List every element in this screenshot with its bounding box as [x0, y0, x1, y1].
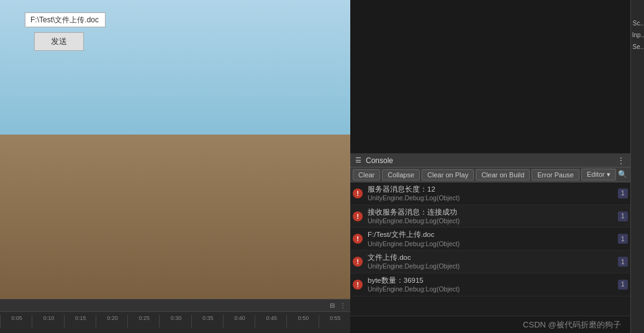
log-count-col-2: 1 — [615, 228, 630, 250]
log-entry[interactable]: ! 服务器消息长度：12 UnityEngine.Debug:Log(Objec… — [350, 182, 630, 205]
log-count-col-4: 1 — [615, 273, 630, 296]
console-section: ☰ Console ⋮ Clear Collapse Clear on Play… — [350, 0, 630, 333]
console-panel-icon: ☰ — [355, 156, 361, 164]
log-error-icon-4: ! — [353, 280, 363, 290]
tick-8: 0:45 — [255, 315, 286, 327]
log-count-col-3: 1 — [615, 251, 630, 273]
tick-7: 0:40 — [223, 315, 255, 327]
send-button[interactable]: 发送 — [34, 32, 84, 51]
log-sub-3: UnityEngine.Debug:Log(Object) — [368, 262, 613, 271]
console-footer: CSDN @被代码折磨的狗子 — [350, 316, 630, 333]
top-dark-area — [350, 0, 630, 154]
tick-2: 0:15 — [64, 315, 96, 327]
log-entry[interactable]: ! 接收服务器消息：连接成功 UnityEngine.Debug:Log(Obj… — [350, 205, 630, 228]
timeline-ruler: 0:05 0:10 0:15 0:20 0:25 0:30 0:35 0:40 … — [0, 312, 350, 333]
log-count-badge-2: 1 — [618, 234, 628, 244]
log-count-badge-4: 1 — [618, 280, 628, 290]
log-entry[interactable]: ! byte数量：36915 UnityEngine.Debug:Log(Obj… — [350, 273, 630, 296]
inspector-item-0[interactable]: Sc... — [631, 17, 644, 29]
tick-10: 0:55 — [319, 315, 350, 327]
log-count-badge-1: 1 — [618, 211, 628, 221]
collapse-button[interactable]: Collapse — [382, 169, 420, 180]
log-error-icon-0: ! — [353, 189, 363, 198]
log-content-2: F:/Test/文件上传.doc UnityEngine.Debug:Log(O… — [365, 228, 615, 250]
log-count-badge-0: 1 — [618, 189, 628, 198]
tick-4: 0:25 — [127, 315, 159, 327]
lock-icon[interactable]: ⊟ — [328, 301, 337, 310]
inspector-item-1[interactable]: Inp... — [631, 29, 644, 41]
tick-1: 0:10 — [32, 315, 63, 327]
left-panel: 发送 ⊟ ⋮ 0:05 0:10 0:15 0:20 0:25 0:30 0:3… — [0, 0, 350, 333]
log-error-icon-2: ! — [353, 234, 363, 244]
log-main-4: byte数量：36915 — [368, 275, 613, 285]
ui-overlay: 发送 — [25, 12, 106, 51]
console-log[interactable]: ! 服务器消息长度：12 UnityEngine.Debug:Log(Objec… — [350, 182, 630, 316]
log-count-col-1: 1 — [615, 205, 630, 228]
log-icon-col-0: ! — [350, 182, 365, 205]
tick-3: 0:20 — [96, 315, 127, 327]
log-main-2: F:/Test/文件上传.doc — [368, 229, 613, 239]
editor-dropdown-button[interactable]: Editor ▾ — [581, 169, 616, 180]
console-toolbar: Clear Collapse Clear on Play Clear on Bu… — [350, 167, 630, 182]
clear-on-build-button[interactable]: Clear on Build — [476, 169, 530, 180]
log-icon-col-4: ! — [350, 273, 365, 296]
log-entry[interactable]: ! F:/Test/文件上传.doc UnityEngine.Debug:Log… — [350, 228, 630, 251]
console-title: Console — [366, 156, 393, 165]
tick-5: 0:30 — [159, 315, 191, 327]
file-path-input[interactable] — [25, 12, 106, 27]
tick-6: 0:35 — [191, 315, 223, 327]
log-count-col-0: 1 — [615, 182, 630, 205]
inspector-panel: Sc... Inp... Se... — [630, 0, 644, 333]
log-icon-col-3: ! — [350, 251, 365, 273]
clear-on-play-button[interactable]: Clear on Play — [422, 169, 474, 180]
log-error-icon-3: ! — [353, 257, 363, 267]
error-pause-button[interactable]: Error Pause — [532, 169, 579, 180]
search-icon[interactable]: 🔍 — [618, 170, 628, 180]
log-sub-1: UnityEngine.Debug:Log(Object) — [368, 217, 613, 226]
log-icon-col-1: ! — [350, 205, 365, 228]
timeline-controls: ⊟ ⋮ — [0, 300, 350, 312]
log-content-0: 服务器消息长度：12 UnityEngine.Debug:Log(Object) — [365, 182, 615, 205]
game-view: 发送 — [0, 0, 350, 299]
log-icon-col-2: ! — [350, 228, 365, 250]
watermark-text: CSDN @被代码折磨的狗子 — [523, 319, 621, 331]
log-main-1: 接收服务器消息：连接成功 — [368, 207, 613, 217]
log-content-4: byte数量：36915 UnityEngine.Debug:Log(Objec… — [365, 273, 615, 296]
log-error-icon-1: ! — [353, 211, 363, 221]
log-content-1: 接收服务器消息：连接成功 UnityEngine.Debug:Log(Objec… — [365, 205, 615, 228]
dots-icon[interactable]: ⋮ — [338, 301, 347, 310]
ground-background — [0, 135, 350, 299]
timeline-bar: ⊟ ⋮ 0:05 0:10 0:15 0:20 0:25 0:30 0:35 0… — [0, 299, 350, 333]
inspector-item-2[interactable]: Se... — [631, 41, 644, 53]
tick-container: 0:05 0:10 0:15 0:20 0:25 0:30 0:35 0:40 … — [0, 315, 350, 327]
log-main-0: 服务器消息长度：12 — [368, 184, 613, 194]
log-main-3: 文件上传.doc — [368, 252, 613, 262]
log-entry[interactable]: ! 文件上传.doc UnityEngine.Debug:Log(Object)… — [350, 251, 630, 273]
log-sub-2: UnityEngine.Debug:Log(Object) — [368, 240, 613, 249]
console-header: ☰ Console ⋮ — [350, 154, 630, 167]
tick-0: 0:05 — [0, 315, 32, 327]
log-count-badge-3: 1 — [618, 257, 628, 267]
tick-9: 0:50 — [286, 315, 318, 327]
clear-button[interactable]: Clear — [353, 169, 380, 180]
console-menu-icon[interactable]: ⋮ — [617, 156, 625, 166]
log-content-3: 文件上传.doc UnityEngine.Debug:Log(Object) — [365, 251, 615, 273]
right-side: ☰ Console ⋮ Clear Collapse Clear on Play… — [350, 0, 644, 333]
log-sub-4: UnityEngine.Debug:Log(Object) — [368, 285, 613, 294]
log-sub-0: UnityEngine.Debug:Log(Object) — [368, 194, 613, 203]
